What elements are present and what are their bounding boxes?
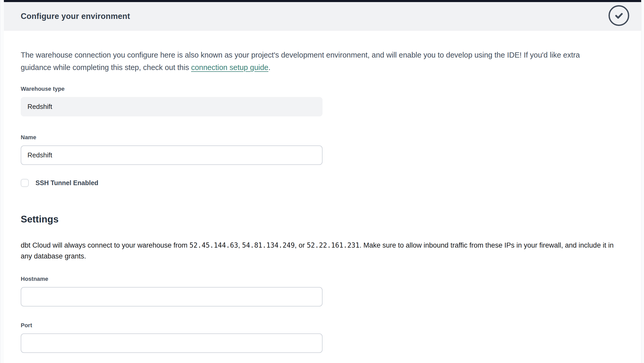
intro-text: The warehouse connection you configure h…	[21, 51, 580, 72]
ssh-tunnel-row: SSH Tunnel Enabled	[21, 179, 641, 187]
hostname-label: Hostname	[21, 275, 641, 283]
name-group: Name	[21, 134, 641, 165]
connection-setup-guide-link[interactable]: connection setup guide	[191, 63, 268, 72]
check-icon	[609, 5, 629, 26]
intro-paragraph: The warehouse connection you configure h…	[21, 49, 609, 74]
page-title: Configure your environment	[21, 12, 130, 21]
ssh-tunnel-checkbox[interactable]	[21, 179, 29, 187]
hostname-input[interactable]	[21, 287, 323, 306]
intro-text-end: .	[268, 63, 270, 72]
top-accent-bar	[4, 0, 641, 2]
settings-description: dbt Cloud will always connect to your wa…	[21, 240, 622, 262]
warehouse-type-field: Redshift	[21, 97, 323, 116]
ssh-tunnel-label: SSH Tunnel Enabled	[35, 179, 98, 187]
configure-environment-card: Configure your environment The warehouse…	[4, 0, 641, 363]
warehouse-type-value: Redshift	[27, 103, 52, 111]
settings-text: , or	[295, 241, 307, 249]
port-input[interactable]	[21, 333, 323, 353]
settings-heading: Settings	[21, 213, 641, 225]
ip-address-2: 54.81.134.249	[242, 241, 295, 249]
ip-address-3: 52.22.161.231	[307, 241, 360, 249]
ip-address-1: 52.45.144.63	[189, 241, 238, 249]
warehouse-type-group: Warehouse type Redshift	[21, 85, 641, 116]
name-label: Name	[21, 134, 641, 141]
port-group: Port	[21, 322, 641, 353]
card-header: Configure your environment	[4, 2, 641, 31]
hostname-group: Hostname	[21, 275, 641, 306]
name-input[interactable]	[21, 145, 323, 165]
form-content: The warehouse connection you configure h…	[4, 31, 641, 353]
port-label: Port	[21, 322, 641, 329]
settings-text: ,	[238, 241, 242, 249]
warehouse-type-label: Warehouse type	[21, 85, 641, 93]
settings-text: dbt Cloud will always connect to your wa…	[21, 241, 189, 249]
